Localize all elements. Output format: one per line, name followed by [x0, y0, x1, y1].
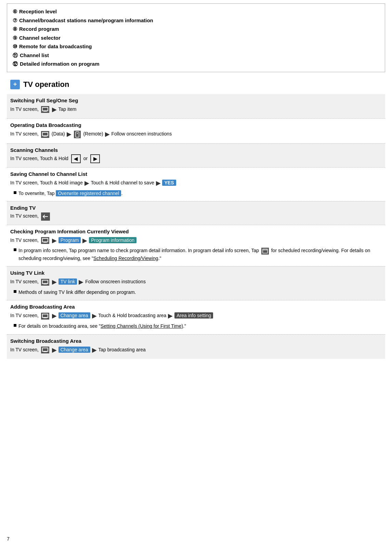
list-item-8: ⑧ Record program	[13, 25, 379, 34]
tv-link-bullet: Methods of saving TV link differ dependi…	[14, 288, 382, 296]
arrow-icon-adding3: ▶	[168, 311, 173, 321]
right-arrow-btn: ▶	[90, 154, 100, 163]
section-switching-area-body: In TV screen, ▶ Change area ▶ Tap broadc…	[10, 345, 382, 355]
section-tv-link: Using TV Link In TV screen, ▶ TV link ▶ …	[7, 266, 385, 300]
svg-rect-0	[42, 107, 48, 111]
list-item-7: ⑦ Channel/broadcast stations name/progra…	[13, 16, 379, 25]
remote-icon	[74, 131, 81, 138]
section-switching-area-title: Switching Broadcasting Area	[10, 338, 382, 344]
section-scanning-title: Scanning Channels	[10, 147, 382, 153]
section-saving: Saving Channel to Channel List In TV scr…	[7, 167, 385, 201]
section-ending-body: In TV screen,	[10, 212, 382, 220]
adding-bullet: For details on broadcasting area, see "S…	[14, 322, 382, 330]
section-data-title: Operating Data Broadcasting	[10, 122, 382, 128]
section-switching-body: In TV screen, ▶ Tap item	[10, 105, 382, 115]
circle-12: ⑫	[13, 60, 18, 68]
arrow-icon-adding1: ▶	[52, 311, 57, 321]
section-checking: Checking Program Information Currently V…	[7, 225, 385, 267]
saving-bullet-list: To overwrite, Tap Overwrite registered c…	[10, 190, 382, 197]
arrow-icon-tvlink1: ▶	[52, 277, 57, 287]
change-area-highlight-1: Change area	[58, 312, 90, 319]
program-info-highlight: Program information	[89, 237, 136, 243]
svg-rect-7	[42, 238, 48, 242]
checking-bullet-list: In program info screen, Tap program name…	[10, 247, 382, 262]
arrow-icon-saving1: ▶	[84, 178, 89, 188]
arrow-icon-2b: ▶	[105, 129, 110, 139]
section-switching: Switching Full Seg/One Seg In TV screen,…	[7, 94, 385, 119]
top-list: ⑥ Reception level ⑦ Channel/broadcast st…	[7, 3, 385, 72]
section-tv-link-body: In TV screen, ▶ TV link ▶ Follow onscree…	[10, 277, 382, 296]
svg-rect-17	[42, 348, 48, 351]
bullet-icon-tvlink	[14, 290, 16, 293]
page-wrapper: ⑥ Reception level ⑦ Channel/broadcast st…	[0, 0, 392, 369]
bullet-icon-saving	[14, 191, 16, 194]
svg-rect-14	[43, 284, 47, 284]
section-data-broadcasting: Operating Data Broadcasting In TV screen…	[7, 118, 385, 143]
tv-screen-icon-7	[41, 279, 49, 286]
section-saving-title: Saving Channel to Channel List	[10, 171, 382, 177]
back-icon	[41, 212, 50, 221]
section-checking-body: In TV screen, ▶ Program ▶ Program inform…	[10, 236, 382, 262]
overwrite-highlight: Overwrite registered channel	[56, 190, 121, 196]
tv-screen-icon-2	[41, 131, 49, 138]
svg-rect-18	[43, 351, 47, 352]
arrow-icon-2a: ▶	[67, 129, 71, 139]
arrow-icon-tvlink2: ▶	[79, 277, 83, 287]
section-ending-title: Ending TV	[10, 205, 382, 211]
svg-rect-16	[43, 317, 47, 318]
arrow-icon-adding2: ▶	[92, 311, 97, 321]
scheduling-link[interactable]: Scheduling Recording/Viewing	[93, 256, 158, 261]
tv-screen-icon-6	[41, 237, 49, 244]
circle-9: ⑨	[13, 34, 17, 42]
sections-container: Switching Full Seg/One Seg In TV screen,…	[7, 94, 385, 359]
arrow-icon-saving2: ▶	[156, 178, 161, 188]
tv-operation-icon: +	[10, 80, 20, 89]
arrow-icon-1: ▶	[52, 105, 57, 115]
setting-channels-link[interactable]: Setting Channels (Using for First Time)	[101, 323, 183, 329]
circle-6: ⑥	[13, 7, 17, 16]
circle-8: ⑧	[13, 25, 17, 34]
circle-10: ⑩	[13, 42, 17, 51]
svg-rect-2	[42, 132, 48, 136]
section-adding-area: Adding Broadcasting Area In TV screen, ▶…	[7, 300, 385, 334]
list-item-12: ⑫ Detailed information on program	[13, 60, 379, 68]
section-tv-link-title: Using TV Link	[10, 270, 382, 276]
section-data-body: In TV screen, (Data) ▶ (Remote) ▶ Follow…	[10, 129, 382, 139]
change-area-highlight-2: Change area	[58, 347, 90, 353]
svg-rect-1	[43, 111, 47, 112]
svg-rect-8	[43, 242, 47, 243]
list-item-6: ⑥ Reception level	[13, 7, 379, 16]
tv-operation-title: TV operation	[23, 80, 69, 89]
circle-7: ⑦	[13, 16, 17, 25]
circle-11: ⑪	[13, 51, 18, 60]
section-saving-body: In TV screen, Touch & Hold image ▶ Touch…	[10, 178, 382, 197]
list-item-11: ⑪ Channel list	[13, 51, 379, 60]
arrow-icon-switching-area1: ▶	[52, 345, 57, 355]
tv-screen-icon-1	[41, 106, 49, 113]
svg-rect-13	[42, 280, 48, 284]
section-switching-title: Switching Full Seg/One Seg	[10, 98, 382, 103]
svg-rect-3	[43, 136, 47, 137]
svg-rect-9	[263, 249, 267, 253]
saving-bullet: To overwrite, Tap Overwrite registered c…	[14, 190, 382, 197]
arrow-icon-switching-area2: ▶	[92, 345, 97, 355]
adding-bullet-list: For details on broadcasting area, see "S…	[10, 322, 382, 330]
list-item-10: ⑩ Remote for data broadcasting	[13, 42, 379, 51]
svg-rect-4	[76, 132, 79, 137]
checking-bullet: In program info screen, Tap program name…	[14, 247, 382, 262]
calendar-icon	[261, 248, 269, 255]
svg-point-5	[77, 133, 78, 134]
section-switching-area: Switching Broadcasting Area In TV screen…	[7, 334, 385, 359]
svg-rect-15	[42, 314, 48, 317]
section-ending: Ending TV In TV screen,	[7, 201, 385, 224]
program-highlight: Program	[58, 237, 81, 243]
arrow-icon-checking1: ▶	[52, 236, 57, 246]
bullet-icon-checking	[14, 248, 16, 251]
tv-screen-icon-8	[41, 313, 49, 320]
section-scanning: Scanning Channels In TV screen, Touch & …	[7, 143, 385, 167]
tv-link-highlight: TV link	[58, 278, 77, 285]
tv-link-bullet-list: Methods of saving TV link differ dependi…	[10, 288, 382, 296]
tv-operation-header: + TV operation	[7, 78, 385, 91]
yes-highlight: YES	[162, 180, 176, 186]
section-scanning-body: In TV screen, Touch & Hold ◀ or ▶	[10, 154, 382, 163]
